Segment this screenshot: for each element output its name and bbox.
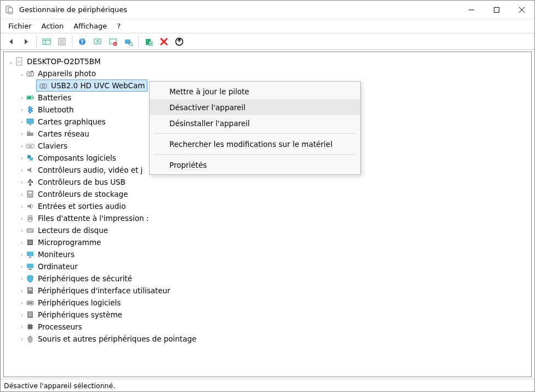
show-hide-console-tree-button[interactable] <box>39 35 54 48</box>
expand-icon[interactable]: › <box>18 215 26 221</box>
expand-icon[interactable]: ⌄ <box>7 59 15 65</box>
ctx-update-driver[interactable]: Mettre à jour le pilote <box>150 83 360 99</box>
expand-icon[interactable]: › <box>18 336 26 342</box>
expand-icon[interactable]: › <box>18 276 26 282</box>
maximize-button[interactable] <box>484 1 509 19</box>
category-storage[interactable]: ›Contrôleurs de stockage <box>7 188 531 200</box>
computer-icon <box>15 57 24 66</box>
category-label: Périphériques de sécurité <box>38 274 132 283</box>
expand-icon[interactable]: › <box>18 300 26 306</box>
category-label: Claviers <box>38 141 67 150</box>
add-hardware-button[interactable] <box>141 35 156 48</box>
category-label: Contrôleurs audio, vidéo et j <box>38 166 143 174</box>
titlebar: Gestionnaire de périphériques <box>1 1 534 19</box>
expand-icon[interactable]: › <box>18 264 26 270</box>
expand-icon[interactable]: › <box>18 131 26 137</box>
category-monitors[interactable]: ›Moniteurs <box>7 248 531 260</box>
close-button[interactable] <box>509 1 534 19</box>
expand-icon[interactable]: › <box>18 191 26 197</box>
menu-help[interactable]: ? <box>112 20 125 32</box>
menu-file[interactable]: Fichier <box>4 20 36 32</box>
software_components-icon <box>26 154 35 162</box>
category-usb[interactable]: ›Contrôleurs de bus USB <box>7 176 531 188</box>
svg-rect-73 <box>28 302 32 304</box>
svg-rect-32 <box>18 62 21 63</box>
expand-icon[interactable]: › <box>18 179 26 185</box>
properties-button[interactable] <box>55 35 69 48</box>
expand-icon[interactable]: › <box>18 228 26 234</box>
svg-rect-65 <box>29 241 32 244</box>
svg-rect-41 <box>27 119 33 123</box>
category-audio_io[interactable]: ›Entrées et sorties audio <box>7 200 531 212</box>
category-cameras[interactable]: ⌄ Appareils photo <box>7 67 531 79</box>
svg-rect-44 <box>27 131 29 133</box>
category-hid[interactable]: ›Périphériques d'interface utilisateur <box>7 285 531 297</box>
expand-icon[interactable]: › <box>18 95 26 101</box>
expand-icon[interactable]: › <box>18 119 26 125</box>
help-button[interactable]: ? <box>75 35 89 48</box>
menu-view[interactable]: Affichage <box>69 20 111 32</box>
batteries-icon <box>26 93 35 102</box>
svg-rect-57 <box>27 191 33 197</box>
expand-icon[interactable]: › <box>18 203 26 209</box>
expand-icon[interactable]: › <box>18 288 26 294</box>
uninstall-button[interactable] <box>106 35 120 48</box>
ctx-uninstall-device[interactable]: Désinstaller l'appareil <box>150 115 360 131</box>
back-button[interactable] <box>4 35 18 48</box>
category-security[interactable]: ›Périphériques de sécurité <box>7 272 531 285</box>
root-label: DESKTOP-O2DT5BM <box>27 57 101 66</box>
category-label: Bluetooth <box>38 105 74 114</box>
category-disk_drives[interactable]: ›Lecteurs de disque <box>7 224 531 236</box>
svg-rect-45 <box>29 131 30 133</box>
category-label: Moniteurs <box>38 250 75 259</box>
category-label: Ordinateur <box>38 262 78 271</box>
tree-root[interactable]: ⌄ DESKTOP-O2DT5BM <box>7 55 531 67</box>
svg-rect-60 <box>29 215 32 217</box>
expand-icon[interactable]: › <box>18 324 26 330</box>
svg-line-22 <box>132 45 133 46</box>
category-firmware[interactable]: ›Microprogramme <box>7 236 531 248</box>
category-label: Files d'attente à l'impression : <box>38 214 149 223</box>
category-software_devices[interactable]: ›Périphériques logiciels <box>7 297 531 309</box>
category-processors[interactable]: ›Processeurs <box>7 321 531 333</box>
category-system[interactable]: ›Périphériques système <box>7 309 531 321</box>
expand-icon[interactable]: › <box>18 107 26 113</box>
expand-icon[interactable]: › <box>18 312 26 318</box>
category-label: Cartes graphiques <box>38 117 106 126</box>
category-label: Entrées et sorties audio <box>38 202 126 211</box>
category-label: Processeurs <box>38 322 82 331</box>
remove-hardware-button[interactable] <box>157 35 171 48</box>
svg-rect-67 <box>29 257 31 258</box>
status-bar: Désactive l'appareil sélectionné. <box>1 379 534 391</box>
expand-icon[interactable]: › <box>18 240 26 246</box>
category-print_queues[interactable]: ›Files d'attente à l'impression : <box>7 212 531 224</box>
svg-rect-66 <box>27 252 33 256</box>
expand-icon[interactable]: › <box>18 143 26 149</box>
camera-icon <box>26 69 35 78</box>
add-legacy-button[interactable] <box>172 35 186 48</box>
menu-action[interactable]: Action <box>37 20 69 32</box>
svg-rect-2 <box>9 12 12 13</box>
category-computer[interactable]: ›Ordinateur <box>7 260 531 272</box>
expand-icon[interactable]: › <box>18 252 26 258</box>
update-driver-button[interactable] <box>90 35 105 48</box>
ctx-disable-device[interactable]: Désactiver l'appareil <box>150 99 360 115</box>
forward-button[interactable] <box>19 35 33 48</box>
processors-icon <box>26 322 35 331</box>
category-label: Appareils photo <box>38 69 96 78</box>
expand-icon[interactable]: › <box>18 167 26 173</box>
ctx-properties[interactable]: Propriétés <box>150 157 360 173</box>
minimize-button[interactable] <box>459 1 484 19</box>
svg-point-37 <box>42 85 45 88</box>
scan-hardware-button[interactable] <box>121 35 135 48</box>
category-mice[interactable]: ›Souris et autres périphériques de point… <box>7 333 531 345</box>
category-label: Contrôleurs de bus USB <box>38 178 126 186</box>
device-tree[interactable]: ⌄ DESKTOP-O2DT5BM ⌄ Appareils photo USB2… <box>4 52 531 377</box>
expand-icon[interactable]: ⌄ <box>18 71 26 77</box>
svg-rect-58 <box>29 192 32 194</box>
expand-icon[interactable]: › <box>18 155 26 161</box>
status-text: Désactive l'appareil sélectionné. <box>4 382 115 390</box>
ctx-scan-hardware[interactable]: Rechercher les modifications sur le maté… <box>150 136 360 152</box>
svg-rect-71 <box>29 288 32 291</box>
camera-icon <box>39 81 48 90</box>
